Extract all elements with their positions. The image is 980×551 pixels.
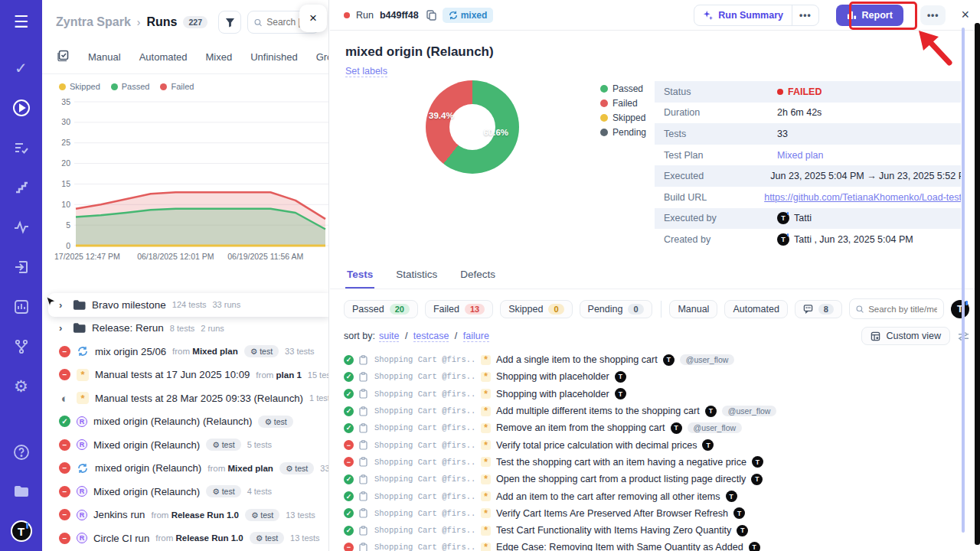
clipboard-icon	[359, 508, 369, 518]
test-list-item[interactable]: ✓Shopping Cart @firs...*Remove an item f…	[344, 419, 980, 436]
custom-view-button[interactable]: Custom view	[861, 327, 950, 345]
test-tag: @user_flow	[688, 422, 743, 433]
panel-scrollbar[interactable]	[962, 28, 965, 533]
tab-groups[interactable]: Groups	[316, 51, 329, 63]
comments-filter-button[interactable]: 8	[795, 300, 842, 318]
detail-label: Test Plan	[655, 150, 777, 161]
run-list-item[interactable]: ›Release: Rerun8 tests2 runs	[42, 317, 329, 341]
run-summary-label: Run Summary	[718, 10, 783, 21]
sort-by-suite[interactable]: suite	[379, 331, 399, 342]
legend-item-passed: Passed	[111, 82, 150, 91]
breadcrumb-separator: ›	[137, 16, 141, 28]
filter-pending-button[interactable]: Pending0	[580, 300, 652, 318]
manual-run-icon: *	[77, 392, 89, 404]
play-circle-icon[interactable]	[10, 96, 33, 119]
close-icon[interactable]: ×	[961, 7, 969, 23]
steps-icon[interactable]	[10, 176, 33, 199]
app-sidebar: ☰ ✓ ⚙ T	[0, 0, 42, 551]
test-list-item[interactable]: ✓Shopping Cart @firs...*Add a single ite…	[344, 351, 980, 368]
tests-search[interactable]	[849, 298, 944, 319]
run-list-item[interactable]: ›Bravo milestone124 tests33 runs	[48, 293, 329, 317]
run-list-item[interactable]: −RMixed origin (Relaunch)⚙test5 tests	[42, 433, 329, 457]
test-list-item[interactable]: ✓Shopping Cart @firs...*Open the shoppin…	[344, 471, 980, 487]
panel-close-button[interactable]: ×	[299, 5, 327, 32]
svg-text:17/2025 12:47 PM: 17/2025 12:47 PM	[54, 252, 120, 261]
breadcrumb-app[interactable]: Zyntra Spark	[56, 15, 131, 29]
tab-statistics[interactable]: Statistics	[394, 264, 439, 289]
clipboard-icon	[359, 372, 369, 382]
tab-automated[interactable]: Automated	[139, 51, 188, 63]
test-list-item[interactable]: ✓Shopping Cart @firs...*Verify Cart Item…	[344, 505, 980, 522]
gear-icon: ⚙	[251, 510, 258, 520]
sort-by-testcase[interactable]: testcase	[413, 331, 449, 342]
donut-legend-dot	[600, 99, 608, 107]
filter-skipped-button[interactable]: Skipped0	[500, 300, 572, 318]
tab-tests[interactable]: Tests	[345, 264, 374, 289]
automated-filter-button[interactable]: Automated	[724, 300, 787, 318]
svg-text:5: 5	[66, 220, 70, 230]
help-icon[interactable]	[10, 441, 33, 464]
test-list-item[interactable]: −Shopping Cart @firs...*Verify total pri…	[344, 436, 980, 453]
run-summary-button[interactable]: Run Summary	[694, 5, 792, 25]
test-list-item[interactable]: ✓Shopping Cart @firs...*Add multiple dif…	[344, 403, 980, 419]
select-all-icon[interactable]	[57, 49, 70, 64]
bar-chart-icon	[847, 10, 857, 20]
run-list-item[interactable]: −RMixed origin (Relaunch)⚙test4 tests	[42, 480, 329, 504]
run-list-item[interactable]: −*Manual tests at 17 Jun 2025 10:09from …	[42, 364, 329, 387]
settings-gear-icon[interactable]: ⚙	[10, 375, 33, 398]
test-title: Verify total price calculation with deci…	[496, 440, 697, 451]
tab-unfinished[interactable]: Unfinished	[250, 51, 297, 63]
tab-mixed[interactable]: Mixed	[206, 51, 233, 63]
more-actions-button[interactable]: •••	[920, 5, 946, 25]
import-icon[interactable]	[10, 256, 33, 279]
test-cases-icon[interactable]	[10, 136, 33, 159]
detail-value: FAILED	[777, 86, 822, 97]
menu-icon[interactable]: ☰	[10, 11, 33, 34]
reports-icon[interactable]	[10, 295, 33, 318]
branch-icon[interactable]	[10, 335, 33, 358]
run-list-item[interactable]: −RJenkins runfrom Release Run 1.0⚙test13…	[42, 504, 329, 527]
test-list-item[interactable]: ✓Shopping Cart @firs...*Add an item to t…	[344, 487, 980, 504]
set-labels-link[interactable]: Set labels	[345, 66, 387, 77]
donut-legend-dot	[600, 114, 608, 122]
run-list-item[interactable]: −RCircle CI runfrom Release Run 1.0⚙test…	[42, 527, 329, 550]
report-button[interactable]: Report	[836, 5, 903, 26]
test-list-item[interactable]: ✓Shopping Cart @firs...*Shopping with pl…	[344, 368, 980, 385]
clipboard-icon	[359, 526, 369, 536]
test-list-item[interactable]: ✓Shopping Cart @firs...*Test Cart Functi…	[344, 522, 980, 539]
run-list-item[interactable]: ✓Rmixed origin (Relaunch) (Relaunch)⚙tes…	[42, 410, 329, 434]
run-list-item[interactable]: −mixed origin (Relaunch)from Mixed plan⚙…	[42, 457, 329, 481]
run-summary-more-button[interactable]: •••	[792, 5, 818, 25]
run-type-badge[interactable]: mixed	[443, 8, 494, 23]
copy-icon[interactable]	[426, 10, 436, 21]
user-avatar[interactable]: T	[11, 520, 32, 542]
test-list-item[interactable]: ✓Shopping Cart @firs...*Shopping with pl…	[344, 386, 980, 403]
check-icon[interactable]: ✓	[10, 57, 33, 80]
tab-defects[interactable]: Defects	[459, 264, 497, 289]
test-suite-path: Shopping Cart @firs...	[374, 390, 475, 399]
detail-value[interactable]: Mixed plan	[777, 150, 823, 161]
test-list-item[interactable]: −Shopping Cart @firs...*Edge Case: Remov…	[344, 539, 980, 551]
manual-filter-button[interactable]: Manual	[669, 300, 717, 318]
filter-button[interactable]	[218, 11, 241, 34]
tests-search-input[interactable]	[868, 305, 937, 314]
filter-passed-button[interactable]: Passed20	[344, 300, 418, 318]
runs-panel: Zyntra Spark › Runs 227 × ManualAutomate…	[42, 0, 329, 551]
test-list-item[interactable]: −Shopping Cart @firs...*Test the shoppin…	[344, 454, 980, 471]
svg-text:20: 20	[61, 158, 70, 168]
sort-separator: /	[402, 331, 410, 341]
projects-folder-icon[interactable]	[10, 481, 33, 504]
run-list-item[interactable]: ◐*Manual tests at 28 Mar 2025 09:33 (Rel…	[42, 386, 329, 410]
filter-failed-button[interactable]: Failed13	[425, 300, 493, 318]
donut-legend-label: Failed	[612, 98, 638, 109]
manual-test-icon: *	[481, 389, 491, 399]
manual-test-icon: *	[481, 355, 491, 365]
assignee-avatar[interactable]: T	[951, 300, 969, 318]
user-avatar: T	[777, 233, 789, 246]
search-icon	[856, 305, 864, 314]
detail-value[interactable]: https://github.com/TetianaKhomenko/Load-…	[764, 192, 961, 203]
sort-by-failure[interactable]: failure	[463, 331, 489, 342]
activity-icon[interactable]	[10, 216, 33, 239]
run-list-item[interactable]: −mix origin 25/06from Mixed plan⚙test33 …	[42, 340, 329, 364]
tab-manual[interactable]: Manual	[88, 51, 121, 63]
